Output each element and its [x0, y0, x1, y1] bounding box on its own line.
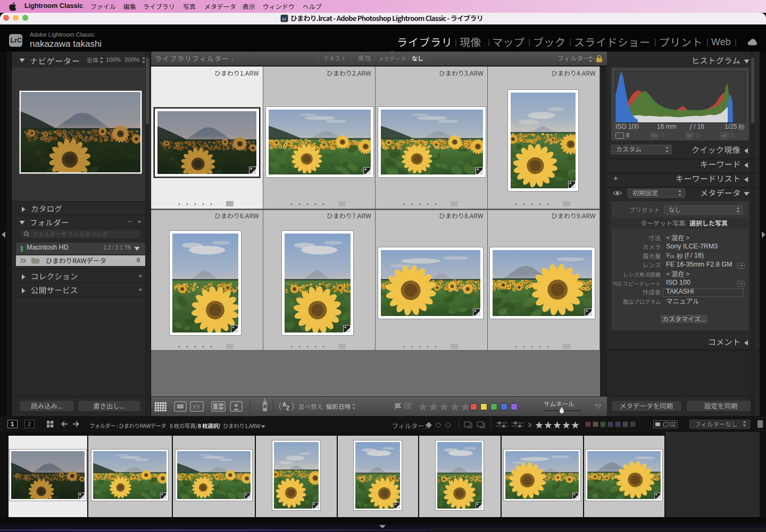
svg-text:XY: XY — [193, 404, 201, 410]
svg-text:Lr: Lr — [282, 17, 286, 21]
